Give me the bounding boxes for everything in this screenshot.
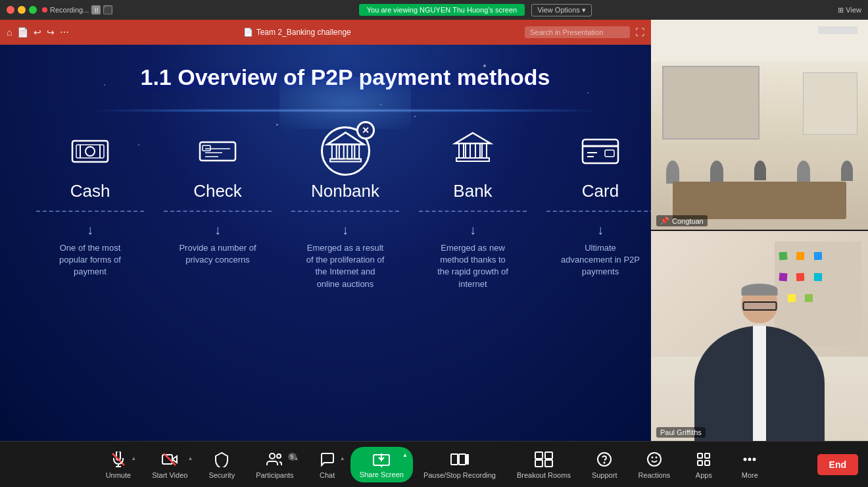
svg-rect-5 [200,142,235,161]
more-options-icon[interactable]: ⋯ [60,27,69,38]
breakout-rooms-button[interactable]: Breakout Rooms [506,450,581,479]
sticky-5 [796,272,805,281]
chat-icon [318,450,337,469]
whiteboard [662,66,760,140]
svg-rect-38 [451,454,458,465]
glasses [742,301,777,311]
security-button[interactable]: Security [198,450,245,479]
nonbank-description: Emerged as a result of the proliferation… [306,242,385,290]
svg-rect-44 [545,460,552,467]
cash-dashed-line [36,211,145,212]
person-suit [694,326,825,441]
svg-rect-51 [698,453,702,458]
redo-icon[interactable]: ↪ [47,27,55,38]
more-button[interactable]: More [727,450,773,479]
check-description: Provide a number of privacy concerns [178,242,257,266]
svg-rect-53 [698,461,702,465]
file-icon: 📄 [17,27,28,38]
support-button[interactable]: Support [581,450,628,479]
svg-rect-8 [203,145,210,151]
svg-rect-39 [459,454,466,465]
pause-recording-button[interactable]: ⏸ [91,5,101,14]
check-dashed-line [164,211,272,212]
more-icon [740,450,759,469]
payment-item-cash: Cash ↓ One of the most popular forms of … [26,124,154,278]
svg-rect-17 [459,143,464,158]
recording-label: Recording... [50,6,89,14]
svg-marker-16 [455,133,491,143]
card-arrow: ↓ [597,223,604,236]
svg-rect-11 [331,144,336,159]
recording-badge: Recording... ⏸ ⬛ [42,5,112,14]
sticky-2 [796,252,805,261]
person-silhouette-2 [710,161,723,182]
video-caret[interactable]: ▲ [187,455,193,461]
presentation-title: 📄 Team 2_Banking challenge [74,28,519,37]
svg-point-2 [85,147,95,156]
undo-icon[interactable]: ↩ [34,27,41,38]
maximize-button[interactable] [29,6,37,14]
video-panel-1: 📌 Congtuan [651,20,868,230]
stop-recording-button[interactable]: ⬛ [103,5,112,14]
payment-item-bank: Bank ↓ Emerged as new method thanks to t… [409,124,537,290]
sticky-8 [805,294,813,302]
nonbank-label: Nonbank [311,181,379,201]
home-icon[interactable]: ⌂ [7,27,12,38]
reactions-button[interactable]: + Reactions [627,450,681,479]
chat-caret[interactable]: ▲ [340,455,345,461]
top-bar-left: Recording... ⏸ ⬛ [7,5,112,14]
ac-unit [818,26,857,34]
share-caret[interactable]: ▲ [402,452,408,458]
participants-button[interactable]: 5 ▲ Participants [245,450,304,479]
presentation-search[interactable] [525,26,630,38]
participants-label: Participants [256,471,293,479]
record-button[interactable]: Pause/Stop Recording [413,450,506,479]
view-options-button[interactable]: View Options ▾ [531,4,592,16]
panel1-nametag: 📌 Congtuan [656,215,708,226]
more-label: More [742,471,758,479]
svg-rect-15 [330,159,361,161]
check-icon [191,124,244,177]
bank-icon [446,124,499,177]
conference-table [673,182,846,219]
card-description: Ultimate advancement in P2P payments [561,242,640,278]
svg-rect-52 [705,453,710,458]
minimize-button[interactable] [18,6,26,14]
unmute-caret[interactable]: ▲ [131,455,136,461]
svg-point-33 [270,453,275,459]
unmute-button[interactable]: ▲ Unmute [95,450,142,479]
fullscreen-icon[interactable]: ⛶ [635,27,644,38]
svg-rect-14 [354,144,359,159]
apps-button[interactable]: Apps [681,450,727,479]
close-button[interactable] [7,6,14,14]
payment-item-nonbank: ✕ Nonbank ↓ Emerged as a result of the p… [281,124,409,290]
svg-rect-41 [535,452,542,459]
bottom-toolbar: ▲ Unmute ▲ Start Video Security [0,441,868,487]
wall-art [803,72,857,136]
cash-arrow: ↓ [87,223,93,236]
record-icon [450,450,469,469]
svg-rect-26 [605,150,614,157]
check-arrow: ↓ [214,223,221,236]
share-screen-button[interactable]: ▲ Share Screen [350,447,413,482]
end-button[interactable]: End [817,454,858,475]
chat-button[interactable]: ▲ Chat [304,450,350,479]
presentation-toolbar: ⌂ 📄 ↩ ↪ ⋯ 📄 Team 2_Banking challenge ⛶ [0,20,651,45]
svg-rect-42 [545,452,552,459]
participants-icon [266,450,284,469]
svg-point-57 [754,458,756,460]
svg-text:+: + [658,452,662,458]
main-presentation-area: 1.1 Overview of P2P payment methods Cash [0,45,690,441]
payment-methods-container: Cash ↓ One of the most popular forms of … [26,124,664,428]
card-dashed-line [546,211,655,212]
svg-rect-0 [72,141,108,162]
participants-caret[interactable]: ▲ [294,455,299,461]
breakout-icon [535,450,553,469]
start-video-label: Start Video [152,471,187,479]
payment-item-card: Card ↓ Ultimate advancement in P2P payme… [537,124,664,278]
recording-dot [42,7,47,13]
start-video-button[interactable]: ▲ Start Video [141,450,198,479]
viewing-banner: You are viewing NGUYEN Thu Huong's scree… [359,4,525,16]
apps-icon [694,450,713,469]
bank-description: Emerged as new method thanks to the rapi… [433,242,512,290]
